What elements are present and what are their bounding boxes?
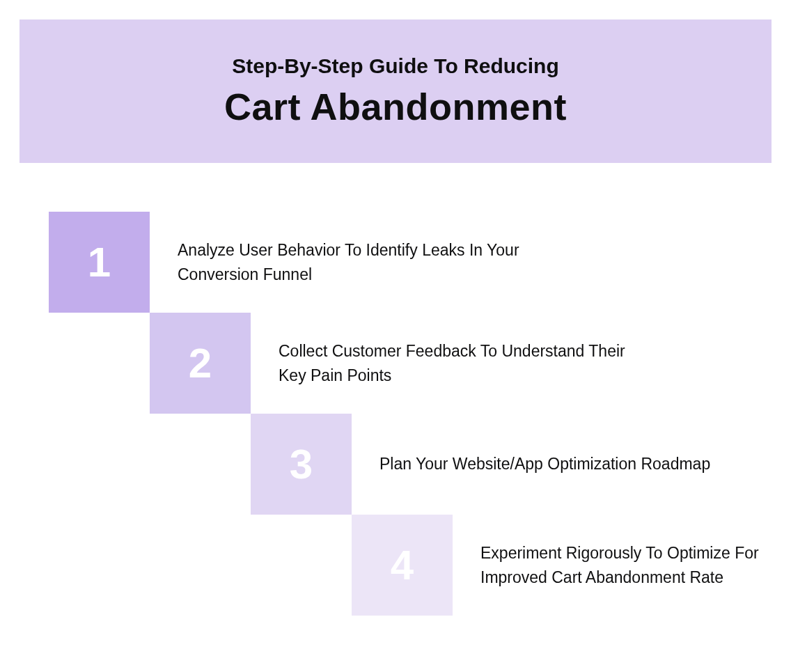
step-text-3: Plan Your Website/App Optimization Roadm…	[379, 452, 710, 476]
step-number-3: 3	[290, 440, 313, 488]
step-number-1: 1	[88, 238, 111, 286]
header-banner: Step-By-Step Guide To Reducing Cart Aban…	[19, 19, 772, 163]
step-row-4: 4 Experiment Rigorously To Optimize For …	[352, 515, 791, 616]
header-title: Cart Abandonment	[61, 85, 730, 128]
step-number-2: 2	[189, 339, 212, 387]
step-row-3: 3 Plan Your Website/App Optimization Roa…	[251, 414, 791, 515]
step-text-1: Analyze User Behavior To Identify Leaks …	[178, 238, 526, 286]
step-row-2: 2 Collect Customer Feedback To Understan…	[150, 313, 791, 414]
step-text-2: Collect Customer Feedback To Understand …	[279, 339, 627, 387]
step-box-1: 1	[49, 212, 150, 313]
step-box-2: 2	[150, 313, 251, 414]
step-number-4: 4	[391, 541, 414, 589]
steps-container: 1 Analyze User Behavior To Identify Leak…	[49, 212, 791, 616]
step-text-4: Experiment Rigorously To Optimize For Im…	[480, 541, 759, 589]
step-box-3: 3	[251, 414, 352, 515]
step-box-4: 4	[352, 515, 453, 616]
step-row-1: 1 Analyze User Behavior To Identify Leak…	[49, 212, 791, 313]
header-subtitle: Step-By-Step Guide To Reducing	[61, 54, 730, 78]
